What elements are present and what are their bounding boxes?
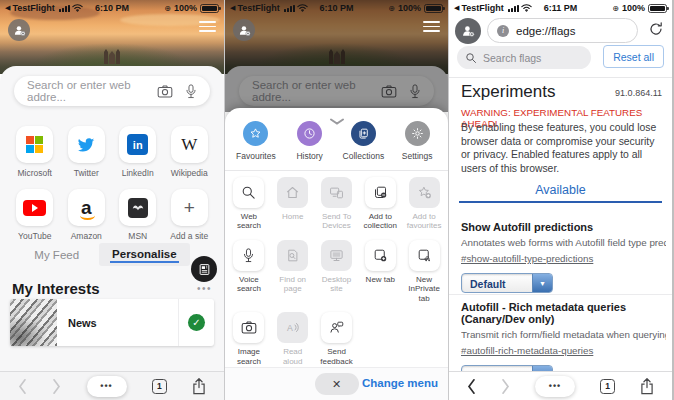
tab-my-feed[interactable]: My Feed [34, 249, 79, 261]
desktop-icon [329, 248, 344, 263]
menu-item-new-inprivate-tab[interactable]: New InPrivate tab [405, 240, 443, 303]
url-bar[interactable]: i edge://flags [487, 18, 638, 43]
profile-avatar-button[interactable] [233, 19, 255, 41]
forward-button[interactable] [501, 379, 510, 394]
site-label: MSN [128, 231, 147, 241]
menu-item-voice-search[interactable]: Voice search [230, 240, 268, 294]
feedback-icon [329, 320, 344, 335]
interest-card-news[interactable]: News ✓ [10, 299, 214, 346]
battery-percent: 100% [622, 3, 645, 13]
profile-avatar-button[interactable] [455, 18, 481, 44]
battery-percent: 100% [174, 3, 197, 13]
hamburger-menu-button[interactable] [199, 21, 216, 32]
status-bar: ◀ TestFlight 6:11 PM ⊕ 100% [449, 0, 672, 16]
flag-anchor-link[interactable]: #show-autofill-type-predictions [461, 253, 593, 264]
menu-item-home[interactable]: Home [274, 177, 312, 221]
site-youtube[interactable]: YouTube [9, 189, 61, 241]
tab-available[interactable]: Available [449, 183, 672, 197]
search-flags-input[interactable] [483, 52, 583, 64]
newtab-sheet: Search or enter web addre... Microsoft T… [0, 66, 224, 400]
site-label: Microsoft [18, 168, 52, 178]
back-button[interactable] [467, 379, 476, 394]
menu-item-collections[interactable]: Collections [337, 121, 391, 161]
site-msn[interactable]: MSN [112, 189, 164, 241]
sheet-footer: ✕ Change menu [225, 367, 448, 400]
menu-item-find-on-page[interactable]: Find on page [274, 240, 312, 294]
forward-button[interactable] [52, 379, 61, 394]
find-on-page-icon [285, 248, 300, 263]
menu-item-label: Send feedback [318, 347, 356, 366]
reload-button[interactable] [648, 21, 664, 41]
menu-item-send-to-devices[interactable]: Send To Devices [318, 177, 356, 231]
my-interests-heading: My Interests [12, 280, 100, 297]
share-button[interactable] [192, 378, 206, 395]
add-a-site-button[interactable]: + Add a site [164, 189, 216, 241]
search-bar[interactable]: Search or enter web addre... [14, 76, 210, 106]
add-to-collection-icon [373, 185, 388, 200]
menu-item-settings[interactable]: Settings [390, 121, 444, 161]
tab-switcher-button[interactable]: 1 [600, 379, 615, 394]
hamburger-menu-button[interactable] [423, 21, 440, 32]
menu-item-add-to-collection[interactable]: Add to collection [361, 177, 399, 231]
menu-item-label: Find on page [274, 275, 312, 294]
flag-anchor-link[interactable]: #autofill-rich-metadata-queries [461, 345, 593, 356]
menu-item-send-feedback[interactable]: Send feedback [318, 312, 356, 366]
panel-edge-newtab: ◀ TestFlight 6:10 PM ⊕ 100% Search or en… [0, 0, 224, 400]
menu-item-desktop-site[interactable]: Desktop site [318, 240, 356, 294]
interest-selected-zone[interactable]: ✓ [178, 299, 214, 346]
tab-personalise[interactable]: Personalise [99, 243, 190, 266]
flag-description: Annotates web forms with Autofill field … [461, 237, 666, 248]
menu-item-web-search[interactable]: Web search [230, 177, 268, 231]
send-to-devices-icon [329, 185, 344, 200]
battery-icon [424, 4, 443, 13]
menu-sheet: Favourites History Collections Settings [225, 108, 448, 400]
status-bar: ◀ TestFlight 6:10 PM ⊕ 100% [225, 0, 448, 16]
menu-item-label: Image search [230, 347, 268, 366]
menu-item-history[interactable]: History [283, 121, 337, 161]
tab-underline [459, 201, 662, 203]
menu-item-favourites[interactable]: Favourites [229, 121, 283, 161]
menu-item-image-search[interactable]: Image search [230, 312, 268, 366]
interests-overflow-button[interactable]: ••• [197, 283, 212, 294]
menu-item-read-aloud[interactable]: A Read aloud [274, 312, 312, 366]
panel-edge-flags: ◀ TestFlight 6:11 PM ⊕ 100% i edge://fla… [448, 0, 672, 400]
page-info-icon[interactable]: i [497, 25, 509, 37]
flag-select[interactable]: Default ▼ [461, 273, 553, 293]
site-amazon[interactable]: a Amazon [61, 189, 113, 241]
site-twitter[interactable]: Twitter [61, 126, 113, 178]
site-linkedin[interactable]: in LinkedIn [112, 126, 164, 178]
menu-item-new-tab[interactable]: New tab [361, 240, 399, 284]
camera-icon[interactable] [157, 85, 173, 98]
new-tab-icon [373, 248, 388, 263]
flag-description: Transmit rich form/field metadata when q… [461, 329, 666, 340]
battery-percent: 100% [398, 3, 421, 13]
menu-item-label: Voice search [230, 275, 268, 294]
camera-icon [241, 321, 257, 334]
news-feed-fab-button[interactable] [191, 256, 217, 282]
linkedin-logo-icon: in [127, 134, 148, 155]
more-menu-button[interactable]: ••• [535, 376, 575, 397]
profile-avatar-button[interactable] [8, 19, 30, 41]
read-aloud-icon: A [285, 320, 300, 335]
site-label: LinkedIn [122, 168, 154, 178]
select-arrow-icon: ▼ [532, 274, 552, 292]
share-button[interactable] [640, 378, 654, 395]
mic-icon[interactable] [185, 84, 197, 99]
mic-icon [242, 248, 255, 263]
menu-item-label: Web search [230, 212, 268, 231]
alarm-icon: ⊕ [164, 4, 171, 13]
back-button[interactable] [18, 379, 27, 394]
collections-icon [357, 127, 370, 140]
check-icon: ✓ [188, 314, 205, 331]
site-wikipedia[interactable]: W Wikipedia [164, 126, 216, 178]
reset-all-button[interactable]: Reset all [603, 45, 664, 68]
alarm-icon: ⊕ [612, 4, 619, 13]
close-menu-button[interactable]: ✕ [315, 373, 359, 395]
menu-item-add-to-favourites[interactable]: Add to favourites [405, 177, 443, 231]
dim-overlay[interactable] [225, 0, 448, 112]
tab-switcher-button[interactable]: 1 [152, 379, 167, 394]
more-menu-button[interactable]: ••• [87, 376, 127, 397]
change-menu-link[interactable]: Change menu [362, 377, 438, 389]
search-flags-field[interactable] [457, 46, 591, 69]
site-microsoft[interactable]: Microsoft [9, 126, 61, 178]
